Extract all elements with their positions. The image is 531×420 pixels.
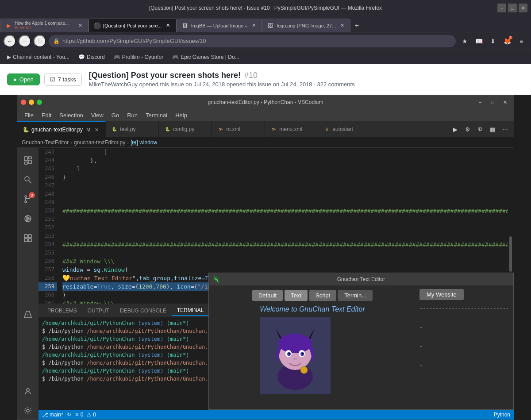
open-button[interactable]: ● Open <box>7 73 40 85</box>
profilim-bm-icon: 🎮 <box>114 54 120 60</box>
tasks-button[interactable]: ☑ 7 tasks <box>44 73 82 86</box>
menu-icon[interactable]: ≡ <box>515 35 527 47</box>
minimize-button[interactable]: − <box>497 4 506 12</box>
explorer-icon[interactable] <box>19 151 37 169</box>
menu-terminal[interactable]: Terminal <box>142 111 171 120</box>
dash-line-1: -------------------------------- <box>419 304 510 323</box>
tab-imgbb[interactable]: 🖼 ImgBB — Upload Image – ✕ <box>177 19 262 32</box>
test-icon[interactable] <box>19 306 37 324</box>
app-tab-terminal[interactable]: Termin... <box>338 290 373 301</box>
firefox-window: [Question] Post your screen shots here! … <box>0 0 531 95</box>
ln-261: 261 <box>38 299 57 304</box>
editor-tab-main[interactable]: 🐍 gnuchan-textEditor.py M ✕ <box>17 121 106 137</box>
svg-point-16 <box>27 389 29 391</box>
menu-file[interactable]: File <box>21 111 37 120</box>
error-status[interactable]: ✕ 0 <box>75 412 84 418</box>
download-icon[interactable]: ⬇ <box>487 35 499 47</box>
url-domain: github.com <box>80 38 108 44</box>
panel-tab-problems[interactable]: PROBLEMS <box>42 306 82 316</box>
tab-github-label: [Question] Post your scre... <box>103 23 162 28</box>
github-favicon: ⚫ <box>93 22 100 29</box>
close-button[interactable]: ✕ <box>519 4 527 12</box>
vscode-titlebar: gnuchan-textEditor.py - PythonChan - VSC… <box>17 96 514 109</box>
imgbb-favicon: 🖼 <box>181 22 189 29</box>
run-action-icon[interactable]: ▶ <box>450 124 461 135</box>
git-icon[interactable]: 9 <box>19 190 37 208</box>
scrollbar-thumb[interactable] <box>509 236 512 272</box>
tab-logo[interactable]: 🖼 logo.png (PNG Image, 27... ✕ <box>262 19 350 32</box>
bookmark-discord[interactable]: 💬 Discord <box>75 52 108 62</box>
editor-tab-config[interactable]: 🐍 config.py <box>159 121 212 137</box>
app-tab-script[interactable]: Script <box>309 290 336 301</box>
tab-github-close[interactable]: ✕ <box>165 22 172 29</box>
lang-status[interactable]: Python <box>494 412 510 418</box>
menu-help[interactable]: Help <box>172 111 191 120</box>
panel-tab-debug[interactable]: DEBUG CONSOLE <box>115 306 172 316</box>
bookmark-epic[interactable]: 🎮 Epic Games Store | Do... <box>169 52 243 62</box>
svg-rect-12 <box>28 235 31 238</box>
t-dir-2: /home/archkubi/git/PythonChan <box>42 336 135 342</box>
sync-status[interactable]: ↻ <box>67 412 71 418</box>
vscode-close[interactable]: ✕ <box>500 98 510 107</box>
extension-icon[interactable]: 🦊1 <box>501 35 513 47</box>
menu-run[interactable]: Run <box>123 111 141 120</box>
menu-view[interactable]: View <box>88 111 107 120</box>
svg-point-27 <box>293 358 297 360</box>
bookmark-profilim[interactable]: 🎮 Profilim - Oyunfor <box>110 52 167 62</box>
debug-icon[interactable] <box>19 210 37 227</box>
url-path: /PySimpleGUI/PySimpleGUI/issues/10 <box>108 38 206 44</box>
menu-edit[interactable]: Edit <box>38 111 55 120</box>
bookmark-youtube[interactable]: ▶ Channel content - You... <box>4 52 73 62</box>
settings-icon[interactable] <box>19 402 37 420</box>
editor-tab-auto[interactable]: $ autostart <box>318 121 371 137</box>
pocket-icon[interactable]: 📖 <box>473 35 485 47</box>
tab-imgbb-close[interactable]: ✕ <box>250 22 257 29</box>
badge-count: 1 <box>509 36 512 39</box>
more-action-icon[interactable]: ⋯ <box>500 124 510 135</box>
split-action-icon[interactable]: ⧉ <box>475 124 485 135</box>
maximize-dot[interactable] <box>37 100 42 105</box>
maximize-button[interactable]: □ <box>508 4 517 12</box>
branch-status[interactable]: ⎇ main* <box>42 412 63 418</box>
refresh-button[interactable]: ↻ <box>34 35 46 47</box>
menu-selection[interactable]: Selection <box>56 111 86 120</box>
status-right: Python <box>494 412 510 418</box>
search-icon[interactable] <box>19 171 37 189</box>
issue-date: opened this issue on Jul 24, 2018 <box>139 81 225 88</box>
vscode-maximize[interactable]: □ <box>487 98 498 107</box>
bookmark-epic-label: Epic Games Store | Do... <box>181 54 239 60</box>
app-tab-text[interactable]: Text <box>285 290 308 301</box>
panel-tab-terminal[interactable]: TERMINAL <box>172 305 209 316</box>
back-button[interactable]: ← <box>4 35 16 47</box>
minimize-dot[interactable] <box>29 100 34 105</box>
svg-point-6 <box>25 196 27 197</box>
my-website-button[interactable]: My Website <box>419 289 464 300</box>
vscode-minimize[interactable]: − <box>475 98 485 107</box>
new-tab-button[interactable]: + <box>350 19 363 32</box>
address-bar[interactable]: 🔒 https://github.com/PySimpleGUI/PySimpl… <box>49 35 456 47</box>
close-dot[interactable] <box>21 100 26 105</box>
tab-logo-close[interactable]: ✕ <box>339 22 346 29</box>
tab-github[interactable]: ⚫ [Question] Post your scre... ✕ <box>88 19 177 32</box>
app-tab-default[interactable]: Default <box>252 290 283 301</box>
menu-go[interactable]: Go <box>108 111 123 120</box>
editor-tab-rc[interactable]: ≫ rc.xml <box>212 121 265 137</box>
forward-button[interactable]: → <box>19 35 31 47</box>
address-url: https://github.com/PySimpleGUI/PySimpleG… <box>62 38 206 44</box>
tab-youtube[interactable]: ▶ How the Apple 1 compute... PLAYING ✕ <box>0 19 88 32</box>
svg-point-28 <box>300 366 308 374</box>
editor-tab-test[interactable]: 🐍 test.py <box>106 121 159 137</box>
tab-youtube-close[interactable]: ✕ <box>77 22 84 29</box>
account-icon[interactable] <box>19 382 37 400</box>
star-icon[interactable]: ★ <box>458 35 471 47</box>
tab-youtube-status: PLAYING <box>15 26 74 30</box>
py-icon-test: 🐍 <box>111 126 117 132</box>
extensions-icon[interactable] <box>19 229 37 247</box>
panel-tab-output[interactable]: OUTPUT <box>82 306 115 316</box>
code-line-252 <box>62 223 508 232</box>
editor-tab-menu[interactable]: ≫ menu.xml <box>265 121 318 137</box>
editor-tab-main-close[interactable]: ✕ <box>93 126 100 133</box>
layout-action-icon[interactable]: ▦ <box>487 124 498 135</box>
debug-action-icon[interactable]: ⚙ <box>462 124 473 135</box>
warning-status[interactable]: ⚠ 0 <box>87 412 96 418</box>
